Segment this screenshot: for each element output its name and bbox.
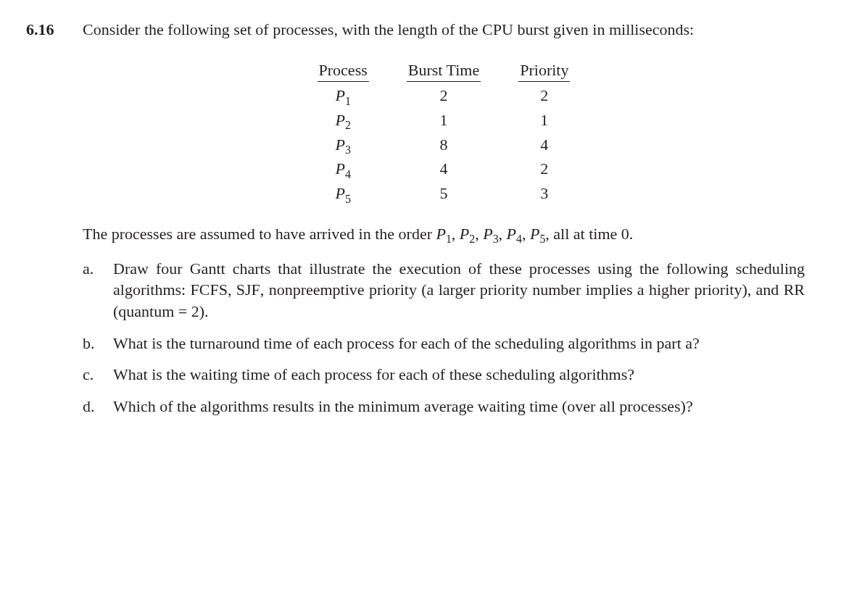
part-d: d. Which of the algorithms results in th… (83, 396, 805, 417)
table-row: P4 4 2 (299, 157, 589, 181)
cell-process: P2 (299, 108, 388, 133)
part-text: Draw four Gantt charts that illustrate t… (113, 258, 805, 322)
arrival-note: The processes are assumed to have arrive… (83, 223, 805, 245)
cell-process: P5 (299, 181, 388, 206)
col-header-burst: Burst Time (388, 57, 500, 84)
table-row: P5 5 3 (299, 181, 589, 206)
intro-text: Consider the following set of processes,… (83, 19, 805, 41)
cell-priority: 2 (500, 157, 589, 181)
cell-burst: 1 (388, 108, 500, 133)
part-b: b. What is the turnaround time of each p… (83, 333, 805, 354)
cell-priority: 2 (500, 83, 589, 108)
cell-process: P4 (299, 157, 388, 181)
col-header-priority: Priority (500, 57, 589, 84)
part-label: b. (83, 333, 113, 354)
part-c: c. What is the waiting time of each proc… (83, 364, 805, 386)
problem-body: Consider the following set of processes,… (83, 19, 805, 428)
cell-burst: 5 (388, 181, 500, 206)
cell-process: P3 (299, 133, 388, 157)
cell-burst: 8 (388, 133, 500, 157)
process-table: Process Burst Time Priority P1 2 2 P2 1 … (299, 57, 589, 206)
part-a: a. Draw four Gantt charts that illustrat… (83, 258, 805, 322)
table-row: P1 2 2 (299, 83, 589, 108)
part-text: What is the turnaround time of each proc… (113, 333, 805, 354)
part-text: What is the waiting time of each process… (113, 364, 805, 386)
table-row: P2 1 1 (299, 108, 589, 133)
problem-number: 6.16 (26, 19, 83, 41)
col-header-process: Process (299, 57, 388, 84)
part-label: d. (83, 396, 113, 417)
cell-burst: 4 (388, 157, 500, 181)
problem-block: 6.16 Consider the following set of proce… (26, 19, 805, 428)
table-row: P3 8 4 (299, 133, 589, 157)
part-label: c. (83, 364, 113, 386)
cell-priority: 3 (500, 181, 589, 206)
cell-priority: 4 (500, 133, 589, 157)
subparts-list: a. Draw four Gantt charts that illustrat… (83, 258, 805, 417)
part-label: a. (83, 258, 113, 322)
cell-burst: 2 (388, 83, 500, 108)
part-text: Which of the algorithms results in the m… (113, 396, 805, 417)
cell-process: P1 (299, 83, 388, 108)
cell-priority: 1 (500, 108, 589, 133)
